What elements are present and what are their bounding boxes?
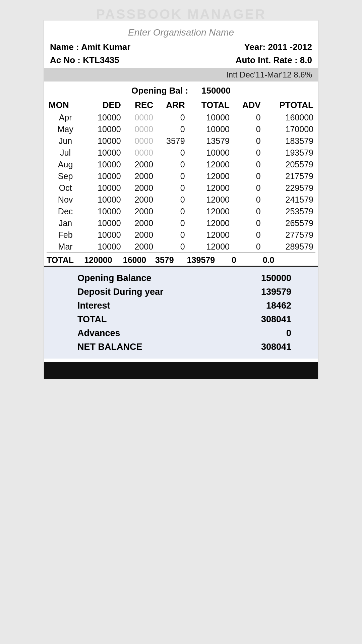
cell-ded: 10000 xyxy=(84,182,123,194)
table-row: Aug1000020000120000205579 xyxy=(47,159,315,170)
cell-ptotal: 265579 xyxy=(263,217,315,229)
summary-total: TOTAL 308041 xyxy=(77,313,291,326)
summary-interest-label: Interest xyxy=(77,301,110,311)
cell-adv: 0 xyxy=(232,159,263,170)
cell-total: 12000 xyxy=(187,229,232,241)
cell-total: 10000 xyxy=(187,123,232,135)
int-rate-label: Auto Int. Rate : xyxy=(236,55,298,65)
summary-net-balance-label: NET BALANCE xyxy=(77,342,142,352)
summary-deposit-value: 139579 xyxy=(251,287,291,297)
ac-intrate-row: Ac No : KTL3435 Auto Int. Rate : 8.0 xyxy=(44,54,318,67)
opening-bal-label: Opening Bal : xyxy=(131,86,188,96)
cell-total: 12000 xyxy=(187,159,232,170)
cell-mon: Oct xyxy=(47,182,84,194)
cell-rec: 2000 xyxy=(123,194,155,206)
total-ded: 120000 xyxy=(84,253,123,265)
watermark: PASSBOOK MANAGER xyxy=(96,7,266,22)
cell-ded: 10000 xyxy=(84,170,123,182)
cell-rec: 2000 xyxy=(123,159,155,170)
table-row: Jan1000020000120000265579 xyxy=(47,217,315,229)
cell-mon: Aug xyxy=(47,159,84,170)
cell-adv: 0 xyxy=(232,206,263,217)
cell-rec: 0000 xyxy=(123,147,155,159)
cell-mon: Jun xyxy=(47,135,84,147)
bottom-bar xyxy=(44,362,318,379)
summary-section: Opening Balance 150000 Deposit During ye… xyxy=(44,266,318,359)
summary-interest: Interest 18462 xyxy=(77,299,291,313)
table-row: Jul1000000000100000193579 xyxy=(47,147,315,159)
summary-opening-balance-value: 150000 xyxy=(251,273,291,283)
table-row: Nov1000020000120000241579 xyxy=(47,194,315,206)
year-field: Year: 2011 -2012 xyxy=(244,42,312,52)
cell-arr: 0 xyxy=(155,112,187,123)
cell-adv: 0 xyxy=(232,229,263,241)
table-row: Feb1000020000120000277579 xyxy=(47,229,315,241)
total-row: TOTAL 120000 16000 3579 139579 0 0.0 xyxy=(47,253,315,265)
cell-rec: 2000 xyxy=(123,182,155,194)
cell-ded: 10000 xyxy=(84,229,123,241)
summary-advances-value: 0 xyxy=(251,328,291,338)
cell-ptotal: 183579 xyxy=(263,135,315,147)
col-ptotal: PTOTAL xyxy=(263,99,315,112)
cell-rec: 0000 xyxy=(123,112,155,123)
col-adv: ADV xyxy=(232,99,263,112)
total-ptotal: 0.0 xyxy=(263,253,315,265)
cell-total: 12000 xyxy=(187,241,232,253)
cell-arr: 0 xyxy=(155,159,187,170)
cell-arr: 0 xyxy=(155,206,187,217)
table-header-row: MON DED REC ARR TOTAL ADV PTOTAL xyxy=(47,99,315,112)
cell-ded: 10000 xyxy=(84,194,123,206)
summary-advances: Advances 0 xyxy=(77,326,291,340)
cell-total: 10000 xyxy=(187,147,232,159)
cell-ptotal: 277579 xyxy=(263,229,315,241)
col-mon: MON xyxy=(47,99,84,112)
cell-mon: Jul xyxy=(47,147,84,159)
col-total: TOTAL xyxy=(187,99,232,112)
cell-arr: 0 xyxy=(155,147,187,159)
cell-rec: 2000 xyxy=(123,241,155,253)
cell-arr: 0 xyxy=(155,241,187,253)
summary-opening-balance: Opening Balance 150000 xyxy=(77,271,291,285)
cell-rec: 0000 xyxy=(123,135,155,147)
summary-deposit-label: Deposit During year xyxy=(77,287,164,297)
cell-mon: Jan xyxy=(47,217,84,229)
cell-arr: 0 xyxy=(155,170,187,182)
cell-mon: Nov xyxy=(47,194,84,206)
total-arr: 3579 xyxy=(155,253,187,265)
cell-rec: 2000 xyxy=(123,170,155,182)
cell-mon: May xyxy=(47,123,84,135)
cell-rec: 2000 xyxy=(123,229,155,241)
ac-value: KTL3435 xyxy=(83,55,119,65)
cell-rec: 0000 xyxy=(123,123,155,135)
cell-adv: 0 xyxy=(232,147,263,159)
cell-ptotal: 160000 xyxy=(263,112,315,123)
cell-ptotal: 205579 xyxy=(263,159,315,170)
cell-ptotal: 253579 xyxy=(263,206,315,217)
cell-total: 12000 xyxy=(187,182,232,194)
cell-ded: 10000 xyxy=(84,147,123,159)
cell-mon: Mar xyxy=(47,241,84,253)
cell-ptotal: 193579 xyxy=(263,147,315,159)
cell-ptotal: 170000 xyxy=(263,123,315,135)
summary-advances-label: Advances xyxy=(77,328,120,338)
table-row: May1000000000100000170000 xyxy=(47,123,315,135)
cell-total: 10000 xyxy=(187,112,232,123)
cell-arr: 0 xyxy=(155,182,187,194)
total-adv: 0 xyxy=(232,253,263,265)
cell-adv: 0 xyxy=(232,170,263,182)
cell-ded: 10000 xyxy=(84,123,123,135)
cell-ded: 10000 xyxy=(84,112,123,123)
cell-rec: 2000 xyxy=(123,217,155,229)
year-label: Year: xyxy=(244,42,266,52)
cell-arr: 0 xyxy=(155,229,187,241)
opening-bal-value: 150000 xyxy=(201,86,231,96)
cell-adv: 0 xyxy=(232,112,263,123)
cell-total: 12000 xyxy=(187,206,232,217)
cell-mon: Feb xyxy=(47,229,84,241)
ac-field: Ac No : KTL3435 xyxy=(50,55,119,65)
name-field: Name : Amit Kumar xyxy=(50,42,130,52)
org-title: Enter Organisation Name xyxy=(44,24,318,41)
name-label: Name : xyxy=(50,42,79,52)
transactions-table-wrapper: MON DED REC ARR TOTAL ADV PTOTAL Apr1000… xyxy=(44,99,318,265)
cell-ded: 10000 xyxy=(84,135,123,147)
